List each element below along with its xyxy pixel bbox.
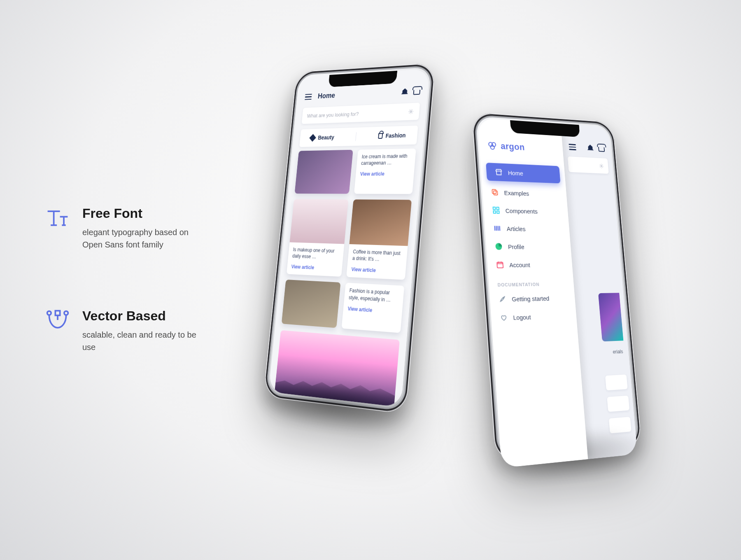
svg-rect-8: [494, 191, 498, 195]
brand-logo-icon: [487, 140, 497, 151]
phone-mockup-drawer: argon Home Examples Components: [471, 112, 642, 462]
view-article-link[interactable]: View article: [287, 264, 342, 277]
category-chips: Beauty Fashion: [299, 126, 418, 147]
calendar-icon: [496, 261, 504, 269]
page-title: Home: [317, 91, 336, 100]
svg-rect-12: [497, 211, 499, 213]
card-image: [290, 199, 349, 244]
feature-free-font: Free Font elegant typography based on Op…: [45, 206, 202, 251]
svg-rect-10: [496, 207, 499, 210]
svg-point-4: [489, 142, 493, 146]
diamond-icon: [310, 134, 316, 142]
article-card[interactable]: [295, 150, 353, 194]
pie-icon: [494, 242, 503, 250]
search-input[interactable]: What are you looking for?: [302, 103, 420, 124]
nav-home[interactable]: Home: [486, 163, 560, 183]
svg-point-5: [492, 142, 496, 147]
card-text: Fashion is a popular style, especially i…: [344, 283, 404, 309]
feature-desc: elegant typography based on Open Sans fo…: [82, 226, 202, 251]
bag-icon: [378, 133, 383, 139]
heart-hand-icon: [500, 313, 508, 322]
search-input[interactable]: [568, 156, 609, 174]
article-card[interactable]: Ice cream is made with carrageenan … Vie…: [354, 149, 416, 194]
phone-screen: argon Home Examples Components: [477, 118, 637, 468]
nav-articles[interactable]: Articles: [484, 219, 570, 238]
shop-icon: [495, 168, 503, 176]
view-article-link[interactable]: View article: [346, 266, 406, 280]
hero-image[interactable]: [274, 330, 400, 407]
search-settings-icon[interactable]: [408, 108, 414, 115]
card-image: [282, 280, 341, 328]
phone-screen: Home What are you looking for? Beauty Fa…: [268, 69, 430, 408]
brand-name: argon: [500, 141, 525, 152]
svg-point-3: [410, 111, 412, 112]
svg-rect-11: [493, 211, 496, 213]
svg-rect-2: [55, 311, 60, 315]
list-item[interactable]: [609, 417, 631, 433]
rocket-icon: [498, 295, 506, 303]
card-text: Coffee is more than just a drink: It's …: [347, 244, 408, 269]
bars-icon: [493, 224, 501, 232]
nav-examples[interactable]: Examples: [482, 183, 567, 203]
chip-beauty[interactable]: Beauty: [310, 134, 334, 141]
nav-group-documentation: DOCUMENTATION: [488, 273, 574, 290]
peeking-card-caption: erials: [613, 349, 623, 355]
notifications-icon[interactable]: [401, 88, 408, 96]
nav-components[interactable]: Components: [483, 201, 569, 221]
hamburger-menu-button[interactable]: [569, 144, 576, 150]
search-settings-icon[interactable]: [599, 163, 604, 169]
list-item[interactable]: [607, 396, 629, 412]
svg-point-14: [503, 297, 504, 299]
vector-icon: [45, 308, 70, 333]
notifications-icon[interactable]: [587, 145, 594, 152]
svg-rect-7: [492, 189, 496, 194]
basket-icon[interactable]: [413, 89, 421, 95]
chip-fashion[interactable]: Fashion: [378, 132, 406, 140]
copy-icon: [491, 188, 499, 196]
feature-vector-based: Vector Based scalable, clean and ready t…: [45, 308, 202, 353]
svg-rect-13: [497, 262, 503, 268]
peeking-card-image[interactable]: [598, 293, 623, 341]
list-item[interactable]: [605, 374, 628, 390]
brand[interactable]: argon: [479, 140, 564, 164]
article-grid: Ice cream is made with carrageenan … Vie…: [282, 149, 416, 333]
card-image: [350, 199, 412, 246]
search-placeholder: What are you looking for?: [307, 111, 359, 119]
marketing-features: Free Font elegant typography based on Op…: [45, 206, 202, 411]
nav-account[interactable]: Account: [487, 256, 573, 274]
feature-title: Vector Based: [82, 308, 202, 324]
article-card[interactable]: [282, 280, 341, 328]
basket-icon[interactable]: [598, 147, 605, 152]
hamburger-menu-button[interactable]: [305, 94, 312, 100]
phone-mockup-home: Home What are you looking for? Beauty Fa…: [263, 63, 436, 414]
article-card[interactable]: Is makeup one of your daily esse … View …: [287, 199, 349, 277]
nav-profile[interactable]: Profile: [486, 237, 571, 256]
card-text: Is makeup one of your daily esse …: [287, 242, 344, 266]
phone-notch: [328, 71, 397, 87]
feature-desc: scalable, clean and ready to be use: [82, 329, 202, 353]
feature-title: Free Font: [82, 206, 202, 221]
peeking-list-items: [605, 374, 632, 440]
article-card[interactable]: Fashion is a popular style, especially i…: [341, 283, 404, 333]
svg-point-1: [64, 311, 68, 315]
typography-icon: [45, 206, 70, 231]
grid-icon: [492, 206, 500, 214]
card-image: [295, 150, 353, 194]
nav-logout[interactable]: Logout: [491, 307, 577, 327]
card-text: Ice cream is made with carrageenan …: [356, 149, 416, 172]
svg-rect-9: [493, 207, 496, 210]
nav-getting-started[interactable]: Getting started: [489, 289, 576, 308]
svg-point-15: [601, 165, 602, 167]
view-article-link[interactable]: View article: [355, 171, 414, 182]
svg-point-0: [47, 311, 51, 315]
svg-point-6: [490, 145, 494, 149]
article-card[interactable]: Coffee is more than just a drink: It's ……: [346, 199, 412, 280]
